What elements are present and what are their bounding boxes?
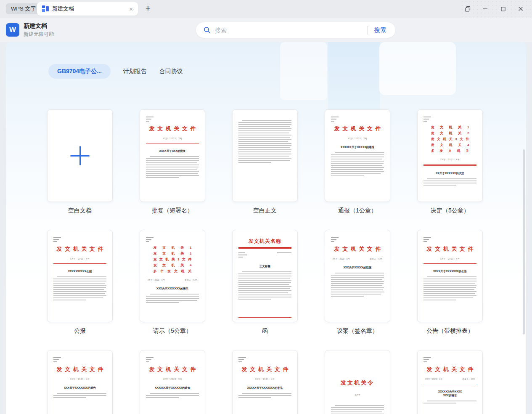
text-line [53,295,106,296]
maximize-icon[interactable] [494,0,512,18]
text-line [238,288,290,289]
text-line [331,241,334,242]
tab-contract[interactable]: 合同协议 [159,68,183,75]
plus-icon [48,110,112,202]
tab-gb9704[interactable]: GB9704电子公... [48,64,111,79]
text-line [423,359,429,360]
template-label: 决定（5公章） [417,207,483,215]
text-line [238,292,288,293]
text-line [238,257,243,257]
minimize-icon[interactable] [476,0,494,18]
template-card[interactable]: 发文机关1发文机关2发文机关3文件发文机关4多发文机关XX字〔2023〕X号XX… [417,109,483,215]
thumbnail-body-lines [146,294,199,303]
template-card[interactable]: 发文机关1发文机关2发文机关3文件发文机关4多个发文机关XX字〔2023〕X号签… [140,230,205,336]
thumbnail-red-rule [53,263,106,264]
template-card[interactable]: 发文机关令第X号 [325,350,390,414]
template-thumbnail[interactable] [47,109,113,202]
thumbnail-meta-lines [238,357,291,362]
template-thumbnail[interactable]: 发文机关文件XX字〔2023〕X号XXXX关于XXX的批复 [140,109,205,202]
thumbnail-body-lines [146,393,199,398]
search-button[interactable]: 搜索 [374,27,386,34]
text-line [423,300,456,300]
text-line [423,285,476,286]
template-card[interactable]: 发文机关文件XX字〔2023〕X号XXXX关于XXXXXXX的公告公告（带横排表… [417,230,483,336]
text-line [146,302,179,303]
new-tab-button[interactable]: + [142,3,154,15]
text-line [53,237,61,238]
template-card[interactable]: 发文机关文件XX字〔2023〕X号XXXX关于XXX的批复批复（短署名） [140,109,205,215]
template-label: 函 [232,327,298,336]
text-line [331,292,384,292]
thumbnail-body-lines [331,152,384,176]
thumbnail-subject: XXXX关于XXXXXXX的公告 [423,269,476,273]
template-card[interactable]: 发文机关文件XX字〔2023〕X号XXXXX关于XXXXXXX的意见 [232,350,298,414]
text-line [53,357,61,358]
template-card[interactable]: 空白正文 [232,109,298,215]
template-label: 公告（带横排表） [417,327,483,336]
template-card[interactable]: 发文机关文件XX字〔2023〕X号XXX关于XXXXXXX的通告 [47,350,113,414]
text-line [242,120,291,121]
template-card[interactable]: 发文机关文件XX字〔2023〕X号XXXXXX关于XXXXXX的通知 [140,350,205,414]
template-thumbnail[interactable]: 发文机关1发文机关2发文机关3文件发文机关4多发文机关XX字〔2023〕X号XX… [417,109,483,202]
thumbnail-body-lines [331,273,384,297]
template-card[interactable]: 发文机关文件XX字〔2023〕X号签发人：XXXXXX关于XXXXX的议案议案（… [325,230,390,336]
template-thumbnail[interactable]: 发文机关文件XX字〔2023〕X号XXX关于XXXXXXX的通告 [47,350,113,414]
text-line [335,152,384,153]
thumbnail-doc-number: XX字〔2023〕X号 [146,378,199,380]
template-card[interactable]: 发文机关名称正文标题函 [232,230,298,336]
text-line [146,160,199,161]
scrollbar-thumb[interactable] [523,149,525,334]
window-stack-icon[interactable] [459,0,476,18]
template-card[interactable]: 发文机关文件XX字〔2023〕X号签发人：XXXXXXXXX关于XXXXXXX的… [417,350,483,414]
thumbnail-red-title-line: 发文机关1 [431,125,469,129]
text-line [53,285,106,286]
template-card[interactable]: 发文机关文件XX字〔2023〕X号XXXXXX关于XXXXX的通报通报（1公章） [325,109,390,215]
template-thumbnail[interactable]: 发文机关文件XX字〔2023〕X号签发人：XXXXXX关于XXXXX的议案 [325,230,390,322]
search-bar[interactable]: 搜索 [196,22,395,38]
text-line [146,239,151,240]
text-line [53,291,106,292]
thumbnail-red-rule [238,317,291,318]
template-card[interactable]: 空白文档 [47,109,113,215]
template-thumbnail[interactable]: 发文机关文件XX字〔2023〕X号XXXXXX关于XXXXX的通报 [325,109,390,202]
text-line [331,167,384,168]
text-line [423,183,476,183]
search-input[interactable] [215,27,367,34]
text-line [242,393,291,394]
template-thumbnail[interactable]: 发文机关文件XX字〔2023〕X号XXXXXXXXXX公报 [47,230,113,322]
text-line [331,296,364,297]
app-menu-button[interactable]: WPS 文字 [6,3,41,14]
template-thumbnail[interactable]: 发文机关文件XX字〔2023〕X号XXXXXX关于XXXXXX的通知 [140,350,205,414]
template-thumbnail[interactable]: 发文机关名称正文标题 [232,230,298,322]
close-icon[interactable] [512,0,529,18]
text-line [423,281,476,281]
text-line [238,133,289,133]
tab-close-icon[interactable]: × [124,5,138,13]
text-line [423,180,476,181]
template-thumbnail[interactable]: 发文机关文件XX字〔2023〕X号XXXXX关于XXXXXXX的意见 [232,350,298,414]
template-thumbnail[interactable]: 发文机关令第X号 [325,350,390,414]
text-line [150,294,199,295]
tab-plan-report[interactable]: 计划报告 [123,68,147,75]
template-thumbnail[interactable]: 发文机关文件XX字〔2023〕X号XXXX关于XXXXXXX的公告 [417,230,483,322]
template-panel: GB9704电子公... 计划报告 合同协议 空白文档发文机关文件XX字〔202… [6,42,526,414]
text-line [150,393,199,394]
text-line [53,239,59,240]
template-thumbnail[interactable]: 发文机关1发文机关2发文机关3文件发文机关4多个发文机关XX字〔2023〕X号签… [140,230,205,322]
document-tab[interactable]: 新建文档 × [37,2,138,16]
decorative-card-shape [379,42,456,95]
thumbnail-body-lines [53,393,106,398]
thumbnail-doc-number: XX字〔2023〕X号 [53,257,106,260]
template-thumbnail[interactable]: 发文机关文件XX字〔2023〕X号签发人：XXXXXXXXX关于XXXXXXX的… [417,350,483,414]
template-card[interactable]: 发文机关文件XX字〔2023〕X号XXXXXXXXXX公报公报 [47,230,113,336]
template-label: 空白文档 [47,207,113,215]
thumbnail-subject: XXX关于XXXXX的议案 [331,265,384,269]
text-line [423,293,475,294]
thumbnail-red-title: 发文机关文件 [57,246,103,252]
text-line [331,407,384,408]
text-line [238,282,291,283]
thumbnail-red-title: 发文机关文件 [334,125,381,132]
text-line [146,117,154,117]
template-thumbnail[interactable] [232,109,298,202]
text-line [331,294,381,295]
